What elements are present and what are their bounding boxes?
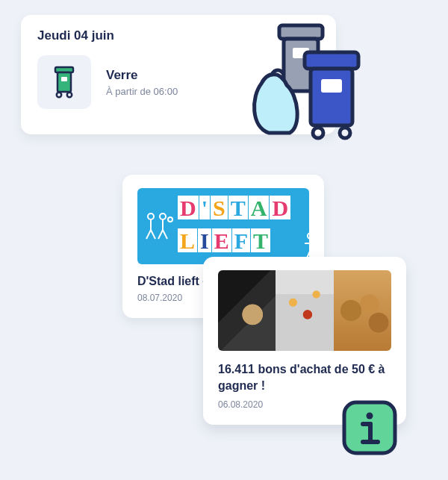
banner-word-lieft: LIEFT bbox=[178, 228, 270, 252]
news-photo bbox=[218, 270, 391, 351]
svg-point-12 bbox=[340, 128, 350, 138]
trash-bins-illustration-icon bbox=[246, 22, 366, 140]
news-title: 16.411 bons d'achat de 50 € à gagner ! bbox=[218, 361, 391, 393]
svg-rect-2 bbox=[61, 77, 67, 81]
svg-rect-9 bbox=[311, 69, 352, 125]
photo-food bbox=[276, 270, 333, 351]
dstad-banner: D'STAD LIEFT bbox=[137, 188, 309, 264]
info-icon[interactable] bbox=[340, 399, 399, 457]
waste-type-title: Verre bbox=[106, 68, 178, 83]
waste-type-icon-box bbox=[37, 55, 91, 109]
svg-point-13 bbox=[148, 213, 154, 219]
svg-rect-8 bbox=[305, 52, 358, 69]
collection-time: À partir de 06:00 bbox=[106, 86, 178, 97]
photo-pastries bbox=[334, 270, 391, 351]
svg-rect-1 bbox=[57, 72, 71, 92]
svg-point-11 bbox=[313, 128, 323, 138]
svg-line-19 bbox=[158, 230, 163, 239]
svg-point-22 bbox=[308, 233, 309, 239]
svg-line-20 bbox=[163, 230, 167, 239]
people-icon bbox=[143, 211, 173, 240]
svg-line-15 bbox=[146, 230, 151, 239]
glass-bin-icon bbox=[52, 66, 77, 99]
svg-point-4 bbox=[67, 93, 72, 97]
collection-texts: Verre À partir de 06:00 bbox=[106, 68, 178, 97]
svg-rect-10 bbox=[321, 79, 342, 93]
svg-rect-5 bbox=[279, 25, 323, 39]
svg-point-28 bbox=[367, 413, 373, 420]
svg-point-17 bbox=[160, 213, 166, 219]
svg-point-3 bbox=[57, 93, 61, 97]
svg-line-16 bbox=[151, 230, 155, 239]
banner-word-dstad: D'STAD bbox=[178, 196, 290, 219]
photo-shopping bbox=[218, 270, 276, 351]
svg-point-21 bbox=[168, 217, 172, 222]
